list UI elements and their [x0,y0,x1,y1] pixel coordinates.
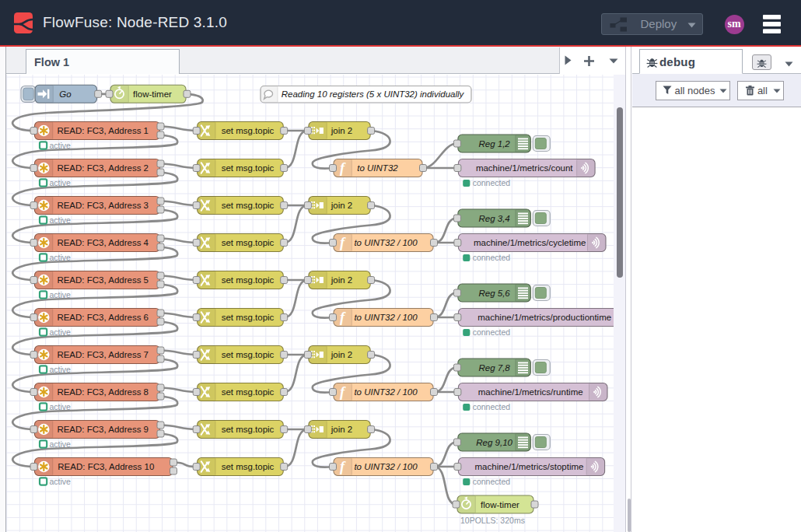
svg-text:Reg 9,10: Reg 9,10 [476,437,512,446]
svg-text:machine/1/metrics/cycletime: machine/1/metrics/cycletime [474,238,586,247]
svg-text:active: active [50,215,72,224]
svg-text:READ: FC3, Address 6: READ: FC3, Address 6 [57,313,149,322]
svg-text:machine/1/metrics/count: machine/1/metrics/count [476,163,573,173]
svg-text:READ: FC3, Address 7: READ: FC3, Address 7 [57,350,149,359]
svg-text:set msg.topic: set msg.topic [222,350,275,359]
svg-text:machine/1/metrics/productionti: machine/1/metrics/productiontime [477,313,611,322]
svg-text:to UINT32: to UINT32 [357,163,398,173]
svg-text:active: active [50,476,72,485]
svg-text:join 2: join 2 [331,201,353,210]
svg-text:active: active [50,140,72,149]
svg-text:Reading 10 registers (5 x UINT: Reading 10 registers (5 x UINT32) indivi… [282,89,465,99]
svg-text:flow-timer: flow-timer [133,89,172,98]
svg-text:join 2: join 2 [331,275,353,285]
svg-text:connected: connected [473,477,511,486]
svg-text:READ: FC3, Address 1: READ: FC3, Address 1 [57,126,149,135]
svg-text:machine/1/metrics/runtime: machine/1/metrics/runtime [478,387,583,397]
svg-text:set msg.topic: set msg.topic [222,275,275,285]
svg-text:join 2: join 2 [331,350,353,359]
svg-text:active: active [50,289,72,299]
svg-text:active: active [50,401,72,411]
svg-text:connected: connected [473,402,511,411]
svg-text:join 2: join 2 [331,425,353,434]
svg-text:READ: FC3, Address 3: READ: FC3, Address 3 [57,201,149,210]
svg-text:to UINT32 / 100: to UINT32 / 100 [354,387,418,397]
svg-text:connected: connected [473,178,511,187]
svg-text:active: active [50,177,72,187]
svg-text:set msg.topic: set msg.topic [222,163,275,173]
svg-text:10POLLS: 320ms: 10POLLS: 320ms [460,515,525,524]
svg-text:Reg 3,4: Reg 3,4 [478,213,509,222]
svg-text:active: active [50,252,72,261]
svg-text:READ: FC3, Address 4: READ: FC3, Address 4 [57,238,149,247]
svg-text:READ: FC3, Address 9: READ: FC3, Address 9 [57,425,149,434]
svg-text:READ: FC3, Address 10: READ: FC3, Address 10 [58,462,154,471]
svg-text:set msg.topic: set msg.topic [222,387,275,397]
svg-text:Reg 5,6: Reg 5,6 [478,288,510,297]
svg-text:active: active [50,364,72,373]
svg-text:connected: connected [473,327,511,337]
svg-text:active: active [50,327,72,336]
svg-text:to UINT32 / 100: to UINT32 / 100 [354,238,418,247]
svg-text:set msg.topic: set msg.topic [222,238,275,247]
svg-text:Go: Go [59,89,72,98]
svg-text:to UINT32 / 100: to UINT32 / 100 [354,462,418,471]
svg-text:connected: connected [473,253,511,262]
svg-text:READ: FC3, Address 8: READ: FC3, Address 8 [57,387,149,397]
svg-text:set msg.topic: set msg.topic [222,201,275,210]
svg-text:to UINT32 / 100: to UINT32 / 100 [354,313,418,322]
svg-text:READ: FC3, Address 2: READ: FC3, Address 2 [57,163,149,173]
svg-text:set msg.topic: set msg.topic [222,313,275,322]
svg-text:set msg.topic: set msg.topic [222,462,275,471]
svg-text:Reg 7,8: Reg 7,8 [478,362,510,372]
svg-text:join 2: join 2 [331,126,353,135]
svg-text:active: active [50,439,72,448]
svg-text:set msg.topic: set msg.topic [222,126,275,135]
svg-text:machine/1/metrics/stoptime: machine/1/metrics/stoptime [475,462,584,471]
svg-text:set msg.topic: set msg.topic [222,425,275,434]
svg-text:Reg 1,2: Reg 1,2 [478,138,510,148]
svg-text:READ: FC3, Address 5: READ: FC3, Address 5 [57,275,149,285]
svg-text:flow-timer: flow-timer [481,499,519,509]
